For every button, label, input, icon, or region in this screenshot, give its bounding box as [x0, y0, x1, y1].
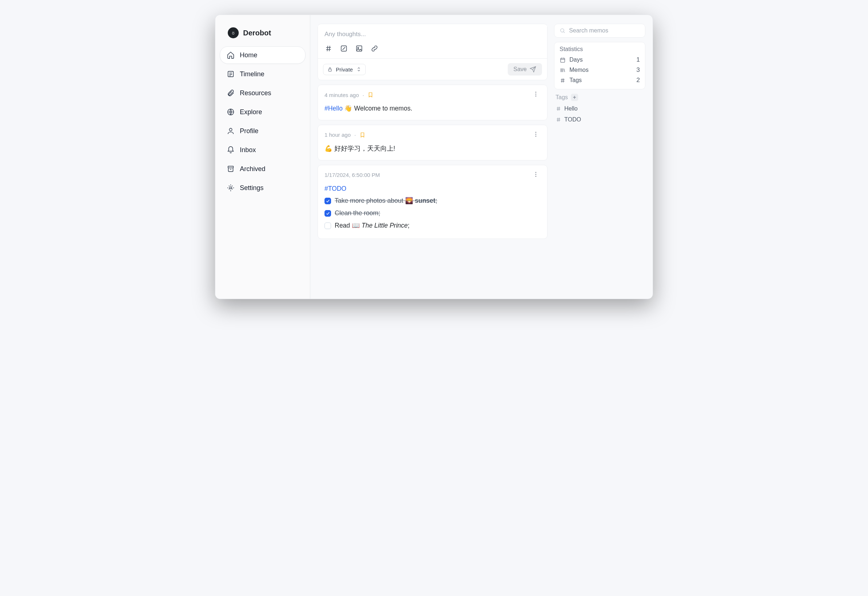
svg-rect-20 [328, 69, 331, 71]
svg-point-26 [535, 136, 536, 136]
send-icon [529, 66, 536, 72]
memo-timestamp: 1 hour ago [324, 132, 351, 138]
svg-line-17 [342, 47, 345, 50]
more-icon[interactable] [531, 170, 541, 180]
nav-label: Profile [240, 127, 259, 135]
checkbox-checked-icon[interactable] [324, 198, 331, 204]
svg-line-31 [563, 32, 565, 33]
nav-item-explore[interactable]: Explore [220, 103, 306, 121]
add-tag-button[interactable]: + [571, 94, 578, 101]
memo-tag[interactable]: #TODO [324, 185, 346, 192]
stat-row-memos: Memos 3 [560, 65, 640, 75]
more-icon[interactable] [531, 90, 541, 100]
stat-row-tags: Tags 2 [560, 75, 640, 86]
memo-text: 💪 好好学习，天天向上! [324, 145, 395, 152]
brand[interactable]: Derobot [220, 25, 306, 44]
composer-input[interactable] [318, 25, 547, 41]
bell-icon [227, 146, 235, 154]
tags-header: Tags + [556, 94, 644, 101]
nav-label: Settings [240, 184, 263, 192]
chevron-updown-icon [356, 66, 362, 72]
nav-label: Resources [240, 89, 271, 97]
brand-name: Derobot [243, 29, 271, 37]
app-window: Derobot Home Timeline Resources [215, 15, 653, 299]
tag-item-hello[interactable]: Hello [556, 103, 644, 114]
svg-point-29 [535, 176, 536, 177]
hash-icon [556, 117, 561, 122]
right-column: Statistics Days 1 Memos 3 Tags 2 Tags + [554, 24, 645, 290]
nav-item-profile[interactable]: Profile [220, 122, 306, 140]
svg-point-2 [233, 32, 234, 32]
nav-item-home[interactable]: Home [220, 46, 306, 64]
nav-item-archived[interactable]: Archived [220, 160, 306, 178]
hash-icon [560, 77, 566, 84]
archive-icon [227, 165, 235, 173]
svg-point-25 [535, 134, 536, 134]
svg-point-27 [535, 172, 536, 173]
stat-row-days: Days 1 [560, 55, 640, 65]
nav-item-timeline[interactable]: Timeline [220, 65, 306, 83]
image-icon[interactable] [355, 44, 363, 53]
svg-point-22 [535, 94, 536, 94]
memo-card: 1/17/2024, 6:50:00 PM #TODO Take more ph… [318, 165, 547, 239]
tags-section: Tags + Hello TODO [554, 94, 645, 125]
nav: Home Timeline Resources Explore [220, 46, 306, 196]
timeline-icon [227, 70, 235, 78]
memo-meta: 1/17/2024, 6:50:00 PM [324, 172, 380, 178]
link-icon[interactable] [371, 44, 379, 53]
memo-timestamp: 1/17/2024, 6:50:00 PM [324, 172, 380, 178]
checkbox-icon[interactable] [340, 44, 348, 53]
nav-item-resources[interactable]: Resources [220, 84, 306, 102]
memo-body: #Hello 👋 Welcome to memos. [324, 103, 541, 114]
search-icon [560, 27, 565, 34]
memo-meta: 1 hour ago · [324, 132, 365, 138]
checkbox-checked-icon[interactable] [324, 210, 331, 217]
nav-label: Timeline [240, 71, 264, 78]
svg-line-39 [564, 69, 565, 72]
svg-rect-9 [228, 166, 234, 168]
svg-line-46 [557, 107, 558, 111]
memo-meta: 4 minutes ago · [324, 92, 373, 98]
memo-card: 4 minutes ago · #Hello 👋 Welcome to memo… [318, 85, 547, 120]
feed: Private Save 4 minutes ago · [318, 24, 547, 290]
todo-item: Clean the room; [324, 208, 541, 219]
checkbox-unchecked-icon[interactable] [324, 223, 331, 229]
svg-line-42 [562, 78, 562, 82]
todo-item: Read 📖 The Little Prince; [324, 220, 541, 231]
svg-point-8 [229, 128, 232, 131]
memo-timestamp: 4 minutes ago [324, 92, 359, 98]
hash-icon[interactable] [324, 44, 333, 53]
composer: Private Save [318, 24, 547, 80]
search-input[interactable] [569, 27, 640, 34]
search-box[interactable] [554, 24, 645, 38]
nav-item-inbox[interactable]: Inbox [220, 141, 306, 159]
svg-line-50 [557, 118, 558, 122]
gear-icon [227, 184, 235, 192]
tag-item-todo[interactable]: TODO [556, 114, 644, 125]
user-icon [227, 127, 235, 135]
svg-point-11 [229, 187, 232, 189]
sidebar: Derobot Home Timeline Resources [215, 15, 310, 299]
more-icon[interactable] [531, 130, 541, 140]
save-button[interactable]: Save [508, 63, 542, 75]
svg-point-23 [535, 96, 536, 96]
stats-card: Statistics Days 1 Memos 3 Tags 2 [554, 42, 645, 89]
composer-toolbar [318, 42, 547, 58]
svg-point-21 [535, 92, 536, 93]
memo-body: #TODO Take more photos about 🌄 sunset; C… [324, 183, 541, 231]
nav-label: Explore [240, 108, 262, 116]
svg-rect-18 [356, 46, 362, 52]
memo-tag[interactable]: #Hello [324, 105, 343, 112]
calendar-icon [560, 57, 566, 63]
todo-item: Take more photos about 🌄 sunset; [324, 196, 541, 207]
brand-logo-icon [228, 27, 239, 38]
globe-icon [227, 108, 235, 116]
svg-point-28 [535, 174, 536, 174]
nav-item-settings[interactable]: Settings [220, 179, 306, 196]
visibility-button[interactable]: Private [323, 64, 366, 75]
nav-label: Home [240, 52, 257, 59]
memo-card: 1 hour ago · 💪 好好学习，天天向上! [318, 125, 547, 161]
nav-label: Archived [240, 165, 265, 173]
svg-point-24 [535, 132, 536, 133]
svg-line-51 [559, 118, 559, 122]
